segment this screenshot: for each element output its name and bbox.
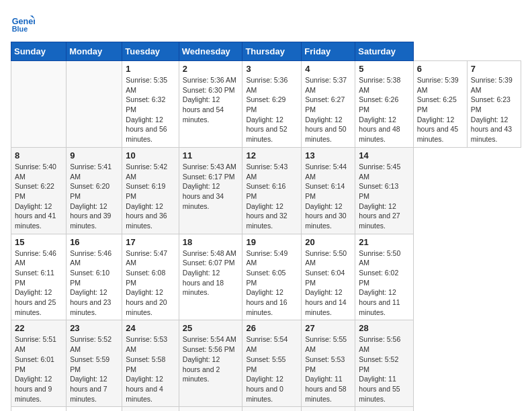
logo-icon: General Blue	[11, 11, 35, 35]
day-number: 21	[359, 237, 409, 247]
calendar-day-20: 20Sunrise: 5:50 AMSunset: 6:04 PMDayligh…	[302, 234, 355, 320]
day-number: 11	[183, 150, 239, 161]
day-detail: Sunrise: 5:50 AMSunset: 6:02 PMDaylight:…	[359, 248, 409, 318]
day-detail: Sunrise: 5:36 AMSunset: 6:30 PMDaylight:…	[183, 75, 239, 124]
calendar-day-13: 13Sunrise: 5:44 AMSunset: 6:14 PMDayligh…	[302, 147, 355, 234]
calendar-day-7: 7Sunrise: 5:39 AMSunset: 6:23 PMDaylight…	[467, 61, 521, 148]
day-detail: Sunrise: 5:46 AMSunset: 6:10 PMDaylight:…	[70, 248, 118, 318]
calendar-day-23: 23Sunrise: 5:52 AMSunset: 5:59 PMDayligh…	[66, 320, 122, 407]
day-number: 22	[15, 323, 62, 333]
day-number: 9	[70, 150, 118, 161]
calendar-day-29: 29Sunrise: 5:57 AMSunset: 5:50 PMDayligh…	[11, 407, 66, 411]
day-number: 2	[183, 64, 239, 74]
day-detail: Sunrise: 5:38 AMSunset: 6:26 PMDaylight:…	[359, 75, 409, 144]
day-detail: Sunrise: 5:42 AMSunset: 6:19 PMDaylight:…	[126, 162, 175, 231]
weekday-header-tuesday: Tuesday	[122, 42, 179, 61]
day-number: 6	[417, 64, 463, 74]
weekday-header-sunday: Sunday	[11, 42, 66, 61]
empty-cell	[242, 407, 302, 411]
weekday-header-thursday: Thursday	[242, 42, 302, 61]
day-number: 26	[246, 323, 298, 333]
calendar-table: SundayMondayTuesdayWednesdayThursdayFrid…	[11, 42, 521, 411]
calendar-day-22: 22Sunrise: 5:51 AMSunset: 6:01 PMDayligh…	[11, 320, 66, 407]
calendar-day-6: 6Sunrise: 5:39 AMSunset: 6:25 PMDaylight…	[413, 61, 467, 148]
empty-cell	[66, 61, 122, 148]
day-number: 16	[70, 237, 118, 247]
day-number: 24	[126, 323, 175, 333]
day-detail: Sunrise: 5:35 AMSunset: 6:32 PMDaylight:…	[126, 75, 175, 144]
logo: General Blue	[11, 11, 35, 35]
weekday-header-friday: Friday	[302, 42, 355, 61]
weekday-header-saturday: Saturday	[355, 42, 413, 61]
calendar-day-4: 4Sunrise: 5:37 AMSunset: 6:27 PMDaylight…	[302, 61, 355, 148]
calendar-day-27: 27Sunrise: 5:55 AMSunset: 5:53 PMDayligh…	[302, 320, 355, 407]
calendar-day-14: 14Sunrise: 5:45 AMSunset: 6:13 PMDayligh…	[355, 147, 413, 234]
day-number: 19	[246, 237, 298, 247]
day-number: 17	[126, 237, 175, 247]
day-detail: Sunrise: 5:39 AMSunset: 6:25 PMDaylight:…	[417, 75, 463, 144]
calendar-day-18: 18Sunrise: 5:48 AMSunset: 6:07 PMDayligh…	[179, 234, 242, 320]
calendar-day-15: 15Sunrise: 5:46 AMSunset: 6:11 PMDayligh…	[11, 234, 66, 320]
day-detail: Sunrise: 5:43 AMSunset: 6:17 PMDaylight:…	[183, 162, 239, 211]
day-number: 3	[246, 64, 298, 74]
day-detail: Sunrise: 5:45 AMSunset: 6:13 PMDaylight:…	[359, 162, 409, 231]
calendar-day-12: 12Sunrise: 5:43 AMSunset: 6:16 PMDayligh…	[242, 147, 302, 234]
day-detail: Sunrise: 5:44 AMSunset: 6:14 PMDaylight:…	[305, 162, 351, 231]
empty-cell	[302, 407, 355, 411]
day-detail: Sunrise: 5:36 AMSunset: 6:29 PMDaylight:…	[246, 75, 298, 144]
day-detail: Sunrise: 5:48 AMSunset: 6:07 PMDaylight:…	[183, 248, 239, 298]
empty-cell	[11, 61, 66, 148]
day-detail: Sunrise: 5:56 AMSunset: 5:52 PMDaylight:…	[359, 334, 409, 404]
calendar-week-3: 15Sunrise: 5:46 AMSunset: 6:11 PMDayligh…	[11, 234, 521, 320]
day-detail: Sunrise: 5:54 AMSunset: 5:56 PMDaylight:…	[183, 334, 239, 383]
calendar-day-9: 9Sunrise: 5:41 AMSunset: 6:20 PMDaylight…	[66, 147, 122, 234]
day-detail: Sunrise: 5:53 AMSunset: 5:58 PMDaylight:…	[126, 334, 175, 404]
day-number: 23	[70, 323, 118, 333]
day-number: 13	[305, 150, 351, 161]
day-detail: Sunrise: 5:50 AMSunset: 6:04 PMDaylight:…	[305, 248, 351, 318]
weekday-header-wednesday: Wednesday	[179, 42, 242, 61]
calendar-day-3: 3Sunrise: 5:36 AMSunset: 6:29 PMDaylight…	[242, 61, 302, 148]
day-number: 5	[359, 64, 409, 74]
day-number: 15	[15, 237, 62, 247]
calendar-day-5: 5Sunrise: 5:38 AMSunset: 6:26 PMDaylight…	[355, 61, 413, 148]
calendar-day-19: 19Sunrise: 5:49 AMSunset: 6:05 PMDayligh…	[242, 234, 302, 320]
empty-cell	[122, 407, 179, 411]
calendar-day-1: 1Sunrise: 5:35 AMSunset: 6:32 PMDaylight…	[122, 61, 179, 148]
day-number: 18	[183, 237, 239, 247]
day-number: 28	[359, 323, 409, 333]
day-number: 8	[15, 150, 62, 161]
calendar-day-28: 28Sunrise: 5:56 AMSunset: 5:52 PMDayligh…	[355, 320, 413, 407]
calendar-day-30: 30Sunrise: 5:58 AMSunset: 5:49 PMDayligh…	[66, 407, 122, 411]
calendar-day-10: 10Sunrise: 5:42 AMSunset: 6:19 PMDayligh…	[122, 147, 179, 234]
calendar-day-25: 25Sunrise: 5:54 AMSunset: 5:56 PMDayligh…	[179, 320, 242, 407]
empty-cell	[355, 407, 413, 411]
day-number: 7	[471, 64, 517, 74]
day-detail: Sunrise: 5:47 AMSunset: 6:08 PMDaylight:…	[126, 248, 175, 318]
day-number: 27	[305, 323, 351, 333]
calendar-day-21: 21Sunrise: 5:50 AMSunset: 6:02 PMDayligh…	[355, 234, 413, 320]
calendar-day-26: 26Sunrise: 5:54 AMSunset: 5:55 PMDayligh…	[242, 320, 302, 407]
day-number: 14	[359, 150, 409, 161]
weekday-header-monday: Monday	[66, 42, 122, 61]
day-detail: Sunrise: 5:54 AMSunset: 5:55 PMDaylight:…	[246, 334, 298, 404]
day-detail: Sunrise: 5:49 AMSunset: 6:05 PMDaylight:…	[246, 248, 298, 318]
calendar-week-1: 1Sunrise: 5:35 AMSunset: 6:32 PMDaylight…	[11, 61, 521, 148]
day-detail: Sunrise: 5:39 AMSunset: 6:23 PMDaylight:…	[471, 75, 517, 144]
day-detail: Sunrise: 5:46 AMSunset: 6:11 PMDaylight:…	[15, 248, 62, 318]
day-detail: Sunrise: 5:37 AMSunset: 6:27 PMDaylight:…	[305, 75, 351, 144]
svg-text:Blue: Blue	[12, 25, 28, 33]
day-detail: Sunrise: 5:43 AMSunset: 6:16 PMDaylight:…	[246, 162, 298, 231]
calendar-day-8: 8Sunrise: 5:40 AMSunset: 6:22 PMDaylight…	[11, 147, 66, 234]
calendar-week-2: 8Sunrise: 5:40 AMSunset: 6:22 PMDaylight…	[11, 147, 521, 234]
calendar-day-24: 24Sunrise: 5:53 AMSunset: 5:58 PMDayligh…	[122, 320, 179, 407]
empty-cell	[179, 407, 242, 411]
day-number: 4	[305, 64, 351, 74]
calendar-week-4: 22Sunrise: 5:51 AMSunset: 6:01 PMDayligh…	[11, 320, 521, 407]
day-detail: Sunrise: 5:52 AMSunset: 5:59 PMDaylight:…	[70, 334, 118, 404]
day-number: 1	[126, 64, 175, 74]
calendar-day-16: 16Sunrise: 5:46 AMSunset: 6:10 PMDayligh…	[66, 234, 122, 320]
day-number: 10	[126, 150, 175, 161]
day-number: 12	[246, 150, 298, 161]
day-detail: Sunrise: 5:55 AMSunset: 5:53 PMDaylight:…	[305, 334, 351, 404]
